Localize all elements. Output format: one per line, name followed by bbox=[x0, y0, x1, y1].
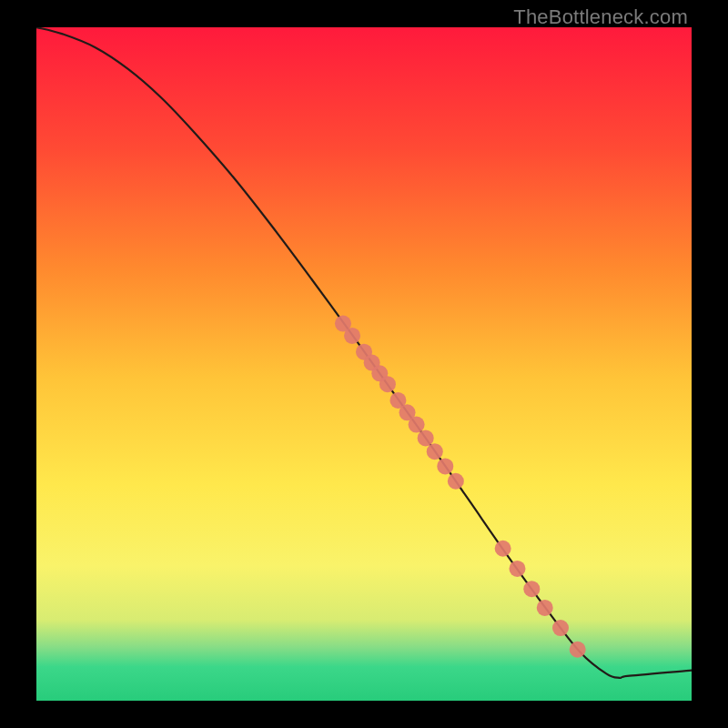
marker-point bbox=[418, 430, 434, 446]
chart-frame: TheBottleneck.com bbox=[0, 0, 728, 728]
curve-line bbox=[36, 27, 692, 678]
marker-point bbox=[427, 443, 443, 460]
marker-point bbox=[409, 417, 425, 433]
marker-point bbox=[335, 316, 351, 332]
marker-point bbox=[570, 642, 586, 658]
marker-point bbox=[356, 344, 372, 360]
marker-point bbox=[552, 620, 569, 636]
marker-point bbox=[448, 473, 464, 490]
marker-point bbox=[364, 355, 380, 371]
plot-area bbox=[36, 27, 692, 701]
marker-point bbox=[523, 581, 540, 597]
marker-point bbox=[389, 392, 406, 409]
marker-group bbox=[335, 316, 586, 658]
marker-point bbox=[509, 561, 525, 577]
marker-point bbox=[371, 365, 388, 381]
marker-point bbox=[379, 376, 396, 392]
marker-point bbox=[344, 328, 360, 344]
marker-point bbox=[495, 541, 511, 557]
marker-point bbox=[399, 404, 416, 420]
marker-point bbox=[537, 600, 553, 616]
watermark-text: TheBottleneck.com bbox=[513, 5, 688, 29]
marker-point bbox=[437, 458, 453, 474]
chart-svg bbox=[36, 27, 692, 701]
